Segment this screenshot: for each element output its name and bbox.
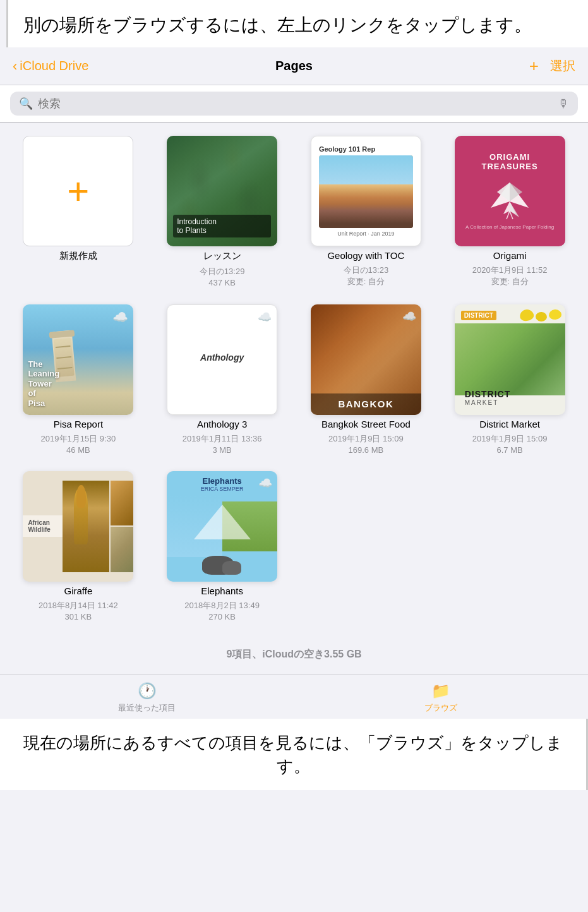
file-item-district[interactable]: DISTRICT DISTRICT MARKET District Market… (441, 304, 578, 456)
chevron-left-icon: ‹ (13, 58, 17, 75)
pisa-thumbnail[interactable]: ☁️ TheLeaningTowerofPisa (23, 304, 133, 415)
file-grid: + 新規作成 Introductionto Plants レッスン 今日の13:… (0, 123, 588, 635)
district-brand: DISTRICT (465, 389, 511, 399)
elephants-thumbnail[interactable]: Elephants ERICA SEMPER ☁️ (167, 471, 277, 582)
crane-icon (484, 176, 535, 220)
file-name: Pisa Report (54, 419, 103, 429)
lemon-group (520, 309, 561, 321)
cloud-download-icon: ☁️ (258, 310, 272, 324)
origami-thumbnail[interactable]: ORIGAMITREASURES A Collection of Japanes… (455, 136, 565, 246)
file-meta: 2018年8月2日 13:49270 KB (184, 600, 260, 623)
bangkok-thumbnail[interactable]: ☁️ BANGKOK (311, 304, 421, 415)
file-meta: 今日の13:23変更: 自分 (344, 265, 389, 287)
file-item-giraffe[interactable]: African Wildlife Giraffe 2018年8月14日 11:4… (10, 471, 147, 623)
origami-title: ORIGAMITREASURES (482, 152, 538, 171)
file-meta: 2019年1月9日 15:09169.6 MB (328, 433, 404, 456)
tooltip-bottom-text: 現在の場所にあるすべての項目を見るには、「ブラウズ」をタップします。 (23, 733, 563, 775)
status-bar: 9項目、iCloudの空き3.55 GB (0, 635, 588, 674)
file-name: Geology with TOC (327, 250, 404, 261)
file-item-geology[interactable]: Geology 101 Rep Unit Report · Jan 2019 G… (298, 136, 435, 289)
file-item-bangkok[interactable]: ☁️ BANGKOK Bangkok Street Food 2019年1月9日… (298, 304, 435, 456)
folder-icon: 📁 (431, 682, 450, 700)
search-container: 🔍 🎙 (10, 92, 578, 116)
lesson-thumbnail[interactable]: Introductionto Plants (167, 136, 277, 246)
cloud-download-icon: ☁️ (258, 476, 272, 490)
giraffe-header: African Wildlife (23, 515, 63, 537)
anthology-title: Anthology (200, 352, 244, 363)
add-button[interactable]: + (529, 56, 539, 76)
tab-browse[interactable]: 📁 ブラウズ (294, 682, 589, 714)
file-meta: 2019年1月11日 13:363 MB (183, 433, 262, 456)
back-button[interactable]: ‹ iCloud Drive (13, 58, 88, 75)
file-name: Elephants (201, 585, 243, 596)
microphone-icon[interactable]: 🎙 (558, 97, 569, 111)
page-title: Pages (275, 59, 313, 73)
file-name: レッスン (203, 250, 241, 262)
file-meta: 2019年1月15日 9:3046 MB (41, 433, 116, 456)
geology-thumbnail[interactable]: Geology 101 Rep Unit Report · Jan 2019 (311, 136, 421, 246)
search-icon: 🔍 (19, 97, 33, 111)
pisa-label: TheLeaningTowerofPisa (28, 359, 128, 409)
tooltip-top: 別の場所をブラウズするには、左上のリンクをタップします。 (6, 0, 588, 47)
tooltip-bottom: 現在の場所にあるすべての項目を見るには、「ブラウズ」をタップします。 (0, 719, 588, 790)
search-bar: 🔍 🎙 (0, 85, 588, 123)
file-item-anthology[interactable]: ☁️ Anthology Anthology 3 2019年1月11日 13:3… (154, 304, 291, 456)
new-file-thumbnail[interactable]: + (23, 136, 133, 246)
file-name: 新規作成 (59, 250, 97, 262)
file-name: Bangkok Street Food (321, 419, 411, 429)
tab-browse-label: ブラウズ (424, 702, 457, 714)
district-thumbnail[interactable]: DISTRICT DISTRICT MARKET (455, 304, 565, 415)
file-item-elephants[interactable]: Elephants ERICA SEMPER ☁️ Elephants 2018… (154, 471, 291, 623)
file-item-lesson[interactable]: Introductionto Plants レッスン 今日の13:29437 K… (154, 136, 291, 289)
file-meta: 2020年1月9日 11:52変更: 自分 (472, 265, 548, 287)
file-name: Giraffe (64, 585, 93, 596)
file-meta: 今日の13:29437 KB (200, 266, 245, 289)
origami-subtitle: A Collection of Japanese Paper Folding (465, 224, 554, 230)
status-text: 9項目、iCloudの空き3.55 GB (226, 649, 361, 659)
district-badge: DISTRICT (461, 311, 496, 320)
tab-bar: 🕐 最近使った項目 📁 ブラウズ (0, 674, 588, 719)
district-sub: MARKET (465, 399, 511, 406)
anthology-thumbnail[interactable]: ☁️ Anthology (167, 304, 277, 415)
search-input[interactable] (38, 97, 553, 111)
tooltip-top-text: 別の場所をブラウズするには、左上のリンクをタップします。 (23, 15, 532, 35)
clock-icon: 🕐 (138, 682, 157, 700)
tab-recent-label: 最近使った項目 (118, 702, 176, 714)
file-item-new[interactable]: + 新規作成 (10, 136, 147, 289)
file-meta: 2018年8月14日 11:42301 KB (39, 600, 118, 623)
file-meta: 2019年1月9日 15:096.7 MB (472, 433, 548, 456)
file-name: Anthology 3 (197, 419, 247, 429)
nav-bar: ‹ iCloud Drive Pages + 選択 (0, 47, 588, 85)
giraffe-thumbnail[interactable]: African Wildlife (23, 471, 133, 582)
cloud-download-icon: ☁️ (112, 309, 128, 325)
file-item-pisa[interactable]: ☁️ TheLeaningTowerofPisa Pisa Report 201… (10, 304, 147, 456)
plus-icon: + (67, 172, 89, 210)
file-item-origami[interactable]: ORIGAMITREASURES A Collection of Japanes… (441, 136, 578, 289)
file-name: Origami (493, 250, 527, 261)
file-name: District Market (479, 419, 540, 429)
back-label: iCloud Drive (20, 59, 88, 73)
tab-recent[interactable]: 🕐 最近使った項目 (0, 682, 294, 714)
bangkok-label: BANGKOK (338, 399, 393, 409)
nav-actions: + 選択 (529, 56, 575, 76)
select-button[interactable]: 選択 (550, 57, 575, 75)
